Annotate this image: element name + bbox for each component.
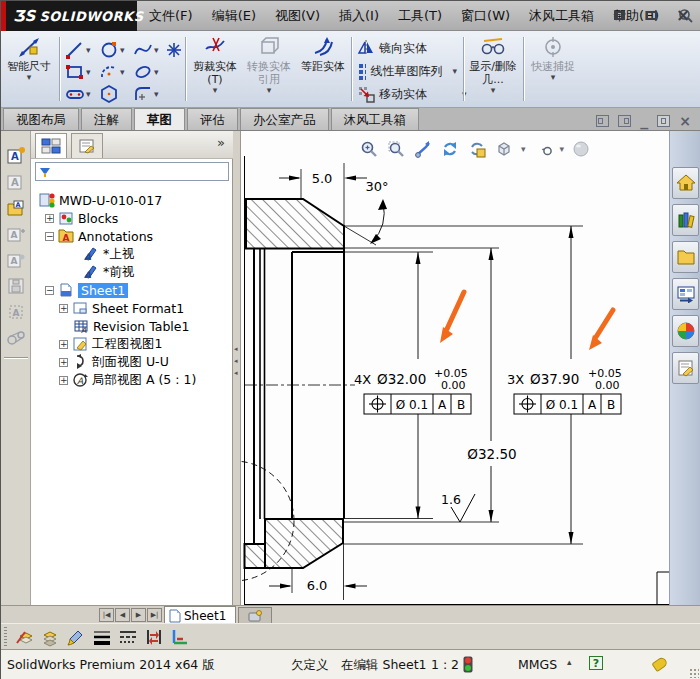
display-delete-relations-button[interactable]: 显示/删除几... ▾: [467, 34, 519, 104]
tree-item-root[interactable]: MWD-U-010-017: [39, 191, 162, 209]
make-block-icon[interactable]: A: [5, 145, 27, 167]
tab-sketch[interactable]: 草图: [134, 108, 185, 130]
line-tool[interactable]: ▾: [65, 39, 95, 61]
dimension-5.0[interactable]: 5.0: [279, 171, 367, 186]
design-library-tab[interactable]: [672, 204, 699, 236]
view-palette-tab[interactable]: [672, 278, 699, 310]
edit-block-icon[interactable]: A: [5, 171, 27, 193]
callout-dia-32[interactable]: 4X Ø32.00 +0.05 0.00 Ø 0.1 A B: [354, 367, 471, 414]
slot-tool[interactable]: ▾: [65, 83, 95, 105]
doc-close-button[interactable]: ×: [679, 113, 691, 129]
menu-insert[interactable]: 插入(I): [339, 7, 379, 25]
tree-item-annotations[interactable]: − A Annotations: [45, 227, 153, 245]
graphics-area[interactable]: ▾ ▾: [241, 131, 669, 605]
collapse-minus-icon[interactable]: −: [45, 286, 54, 295]
tree-item-detail-view[interactable]: + A 局部视图 A (5 : 1): [59, 371, 196, 389]
trim-entities-button[interactable]: 剪裁实体(T) ▾: [189, 34, 241, 104]
move-entities-button[interactable]: 移动实体 ▾: [357, 83, 467, 105]
insert-block-icon[interactable]: A: [5, 197, 27, 219]
drawing-sheet[interactable]: 5.0 30°: [241, 156, 669, 605]
collapse-minus-icon[interactable]: −: [45, 232, 54, 241]
tree-item-blocks[interactable]: + Blocks: [45, 209, 118, 227]
add-sheet-tab[interactable]: [238, 607, 272, 624]
surface-finish-symbol[interactable]: 1.6: [441, 492, 475, 522]
rectangle-tool[interactable]: ▾: [65, 61, 95, 83]
minimize-button[interactable]: [609, 6, 629, 24]
color-display-mode-icon[interactable]: [169, 626, 191, 648]
help-question-icon[interactable]: ?: [589, 656, 603, 670]
tree-item-section-view[interactable]: + 剖面视图 U-U: [59, 353, 169, 371]
mirror-entities-button[interactable]: 镜向实体: [357, 37, 427, 59]
next-sheet-button[interactable]: ▶: [131, 608, 146, 622]
doc-minimize-button[interactable]: _: [640, 111, 648, 130]
tree-item-sheet1[interactable]: − Sheet1: [45, 281, 128, 299]
pane-right-icon[interactable]: [618, 115, 631, 127]
toolbar-grip[interactable]: [4, 627, 7, 647]
layer-properties-icon[interactable]: [13, 626, 35, 648]
linear-sketch-pattern-button[interactable]: 线性草图阵列 ▾: [357, 60, 457, 82]
tag-icon[interactable]: [651, 656, 668, 672]
ellipse-tool[interactable]: ▾: [133, 61, 163, 83]
first-sheet-button[interactable]: |◀: [99, 608, 114, 622]
tab-view-layout[interactable]: 视图布局: [3, 108, 79, 130]
expand-plus-icon[interactable]: +: [59, 340, 68, 349]
doc-restore-button[interactable]: [657, 115, 670, 127]
polygon-tool[interactable]: [99, 83, 129, 105]
tree-item-top-view[interactable]: A *上视: [83, 245, 134, 263]
callout-dia-37.9[interactable]: 3X Ø37.90 +0.05 0.00 Ø 0.1 A B: [507, 367, 622, 414]
tab-mufeng-toolbox[interactable]: 沐风工具箱: [331, 108, 420, 130]
file-explorer-tab[interactable]: [672, 241, 699, 273]
property-manager-tab[interactable]: [71, 133, 103, 158]
hide-show-edges-icon[interactable]: [143, 626, 165, 648]
units-selector[interactable]: MMGS: [518, 657, 557, 672]
resize-grip[interactable]: [689, 668, 699, 678]
tab-annotation[interactable]: 注解: [81, 108, 132, 130]
dropdown-arrow-icon[interactable]: ▾: [467, 86, 519, 94]
tab-evaluate[interactable]: 评估: [187, 108, 238, 130]
last-sheet-button[interactable]: ▶|: [147, 608, 162, 622]
pane-left-icon[interactable]: [596, 115, 609, 127]
panel-expand-chevrons[interactable]: »: [217, 135, 225, 150]
fillet-tool[interactable]: ▾: [133, 83, 163, 105]
dimension-30deg[interactable]: 30°: [365, 179, 388, 244]
close-button[interactable]: ×: [673, 6, 693, 24]
arc-tool[interactable]: ▾: [99, 61, 129, 83]
custom-properties-tab[interactable]: [672, 352, 699, 384]
quick-snaps-button[interactable]: 快速捕捉 ▾: [527, 34, 579, 104]
dropdown-arrow-icon[interactable]: ▾: [189, 86, 241, 94]
dropdown-arrow-icon[interactable]: ▾: [3, 73, 55, 81]
tree-item-drawing-view1[interactable]: + 工程图视图1: [59, 335, 162, 353]
menu-file[interactable]: 文件(F): [149, 7, 193, 25]
menu-view[interactable]: 视图(V): [275, 7, 320, 25]
layers-icon[interactable]: [39, 626, 61, 648]
add-to-block-icon[interactable]: A: [5, 223, 27, 245]
smart-dimension-button[interactable]: 智能尺寸 ▾: [3, 34, 55, 104]
save-block-icon[interactable]: [5, 275, 27, 297]
tree-item-front-view[interactable]: A *前视: [83, 263, 134, 281]
belt-chain-icon[interactable]: [5, 327, 27, 349]
featuremanager-tree-tab[interactable]: [35, 133, 67, 158]
offset-entities-button[interactable]: 等距实体: [297, 34, 349, 104]
tree-item-sheet-format[interactable]: + Sheet Format1: [59, 299, 184, 317]
restore-button[interactable]: [641, 6, 661, 24]
explode-block-icon[interactable]: A: [5, 301, 27, 323]
menu-mufeng-toolbox[interactable]: 沐风工具箱: [529, 7, 594, 25]
units-dropdown-arrow[interactable]: ▴: [567, 657, 572, 667]
line-style-icon[interactable]: [117, 626, 139, 648]
appearances-tab[interactable]: [672, 315, 699, 347]
expand-plus-icon[interactable]: +: [59, 376, 68, 385]
expand-plus-icon[interactable]: +: [45, 214, 54, 223]
circle-tool[interactable]: ▾: [99, 39, 129, 61]
sheet1-tab[interactable]: Sheet1: [164, 606, 236, 624]
spline-tool[interactable]: ▾: [133, 39, 163, 61]
remove-from-block-icon[interactable]: A: [5, 249, 27, 271]
convert-entities-button[interactable]: 转换实体引用 ▾: [243, 34, 295, 104]
tree-item-revision-table[interactable]: A Revision Table1: [73, 317, 190, 335]
menu-window[interactable]: 窗口(W): [461, 7, 510, 25]
menu-tools[interactable]: 工具(T): [398, 7, 442, 25]
tree-filter-bar[interactable]: [35, 162, 229, 181]
menu-edit[interactable]: 编辑(E): [212, 7, 256, 25]
expand-plus-icon[interactable]: +: [59, 304, 68, 313]
dimension-6.0[interactable]: 6.0: [269, 578, 367, 593]
tab-office-products[interactable]: 办公室产品: [240, 108, 329, 130]
